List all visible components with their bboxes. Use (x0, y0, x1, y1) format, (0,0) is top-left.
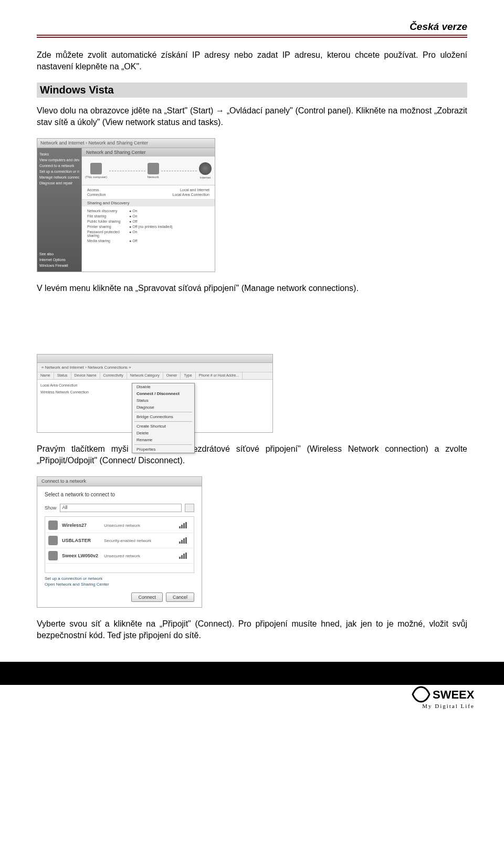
wifi-icon (48, 536, 58, 545)
wifi-icon (48, 521, 58, 530)
network-item[interactable]: Wireless27 Unsecured network (46, 518, 193, 533)
menu-separator (134, 412, 192, 412)
sweex-logo-icon: SWEEX (412, 685, 485, 704)
sharing-list: Network discovery● On File sharing● On P… (82, 206, 215, 272)
paragraph-1: Vlevo dolu na obrazovce jděte na „Start"… (37, 105, 467, 128)
link-setup-connection[interactable]: Set up a connection or network (45, 576, 194, 581)
signal-bars-icon (179, 537, 191, 544)
page-footer: SWEEX My Digital Life (0, 662, 504, 709)
network-map: (This computer) Network Internet (82, 157, 215, 185)
header-separator (37, 37, 467, 38)
network-info: AccessLocal and Internet ConnectionLocal… (82, 185, 215, 200)
menu-item[interactable]: Status (132, 397, 194, 404)
window-addressbar: « Network and Internet › Network Connect… (37, 363, 272, 372)
menu-item[interactable]: Disable (132, 383, 194, 390)
screenshot-network-connections: « Network and Internet › Network Connect… (37, 354, 273, 433)
network-icon (148, 163, 159, 174)
context-menu: Disable Connect / Disconnect Status Diag… (132, 383, 195, 453)
link-open-sharing-center[interactable]: Open Network and Sharing Center (45, 582, 194, 587)
sidebar-task: Tasks (39, 151, 79, 157)
menu-item[interactable]: Connect / Disconnect (132, 390, 194, 397)
connect-button[interactable]: Connect (131, 592, 163, 602)
paragraph-2: V levém menu klikněte na „Spravovat síťo… (37, 283, 467, 294)
sharing-heading: Sharing and Discovery (82, 200, 215, 206)
menu-item[interactable]: Delete (132, 430, 194, 436)
show-dropdown[interactable]: All (60, 504, 182, 512)
dialog-prompt: Select a network to connect to (45, 492, 194, 497)
tasks-sidebar: Tasks View computers and devices Connect… (37, 148, 82, 272)
wifi-icon (48, 551, 58, 560)
network-list: Wireless27 Unsecured network USBLASTER S… (45, 516, 194, 573)
signal-bars-icon (179, 553, 191, 559)
page-content: Česká verze Zde můžete zvolit automatick… (0, 0, 504, 641)
paragraph-3: Pravým tlačítkem myši klikněte na „Bezdr… (37, 443, 467, 466)
footer-black-bar (0, 662, 504, 685)
screenshot-network-sharing-center: Network and Internet › Network and Shari… (37, 138, 215, 272)
sidebar-link: Windows Firewall (39, 263, 79, 268)
window-titlebar: Connect to a network (37, 477, 202, 486)
window-addressbar: Network and Internet › Network and Shari… (37, 139, 215, 148)
window-titlebar (37, 355, 272, 363)
network-item[interactable]: USBLASTER Security-enabled network (46, 533, 193, 548)
menu-item[interactable]: Create Shortcut (132, 423, 194, 430)
sidebar-link: Internet Options (39, 257, 79, 263)
network-item[interactable]: Sweex LW050v2 Unsecured network (46, 548, 193, 564)
sweex-tagline: My Digital Life (422, 703, 475, 709)
show-label: Show (45, 505, 57, 511)
dialog-links: Set up a connection or network Open Netw… (45, 576, 194, 587)
menu-separator (134, 444, 192, 445)
sidebar-task: Diagnose and repair (39, 180, 79, 186)
paragraph-4: Vyberte svou síť a klikněte na „Připojit… (37, 618, 467, 641)
sidebar-task: View computers and devices (39, 157, 79, 163)
version-label: Česká verze (37, 21, 467, 36)
connection-rows: Local Area Connection Wireless Network C… (37, 380, 272, 432)
screenshot-connect-to-network: Connect to a network Select a network to… (37, 476, 202, 608)
sidebar-task: Set up a connection or network (39, 169, 79, 174)
sidebar-link: See also (39, 251, 79, 257)
globe-icon (199, 162, 212, 175)
cancel-button[interactable]: Cancel (166, 592, 194, 602)
intro-paragraph: Zde můžete zvolit automatické získání IP… (37, 49, 467, 72)
section-heading-vista: Windows Vista (37, 82, 467, 98)
menu-separator (134, 421, 192, 422)
refresh-button[interactable] (185, 504, 194, 512)
menu-item[interactable]: Properties (132, 446, 194, 453)
signal-bars-icon (179, 522, 191, 528)
sweex-logo: SWEEX My Digital Life (412, 685, 485, 709)
panel-title: Network and Sharing Center (82, 148, 215, 157)
show-filter-row: Show All (45, 504, 194, 512)
column-headers: Name Status Device Name Connectivity Net… (37, 372, 272, 380)
svg-text:SWEEX: SWEEX (433, 688, 475, 701)
sidebar-task: Connect to a network (39, 163, 79, 169)
menu-item[interactable]: Bridge Connections (132, 413, 194, 420)
pc-icon (90, 163, 102, 174)
spacer (37, 305, 467, 352)
menu-item[interactable]: Rename (132, 436, 194, 443)
menu-item[interactable]: Diagnose (132, 404, 194, 411)
sidebar-task: Manage network connections (39, 174, 79, 180)
